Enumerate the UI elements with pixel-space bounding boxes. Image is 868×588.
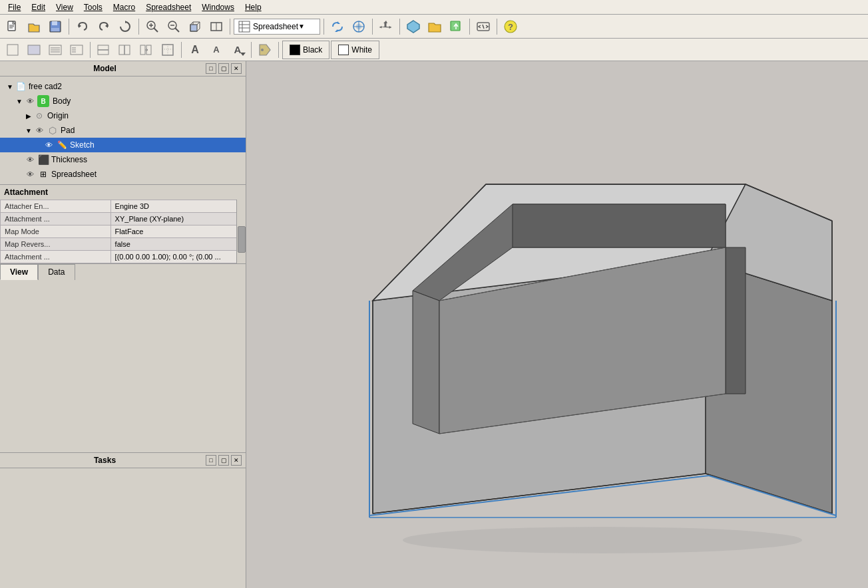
white-color-button[interactable]: White: [331, 41, 379, 59]
rotate-view-button[interactable]: [327, 17, 347, 36]
text-format1[interactable]: [45, 41, 65, 59]
attachment-row: Attachment ...[(0.00 0.00 1.00); 0.00 °;…: [1, 251, 246, 263]
tasks-pin-button[interactable]: □: [206, 455, 216, 466]
tasks-panel-controls: □ ▢ ✕: [206, 455, 242, 466]
sketch-label: Sketch: [70, 140, 95, 150]
tasks-maximize-button[interactable]: ▢: [218, 455, 229, 466]
folder-button[interactable]: [425, 17, 445, 36]
tree-thickness[interactable]: 👁 ⬛ Thickness: [0, 152, 246, 167]
prop-val: [(0.00 0.00 1.00); 0.00 °; (0.00 ...: [110, 251, 245, 263]
attachment-table: Attacher En...Engine 3DAttachment ...XY_…: [0, 200, 246, 263]
separator7: [469, 19, 470, 35]
part-design-button[interactable]: [403, 17, 423, 36]
border-button[interactable]: [158, 41, 178, 59]
toolbar1: Spreadsheet ▼ ?: [0, 15, 868, 39]
undo-button[interactable]: [73, 17, 93, 36]
open-button[interactable]: [24, 17, 44, 36]
black-color-button[interactable]: Black: [282, 41, 329, 59]
tree-spreadsheet[interactable]: 👁 ⊞ Spreadsheet: [0, 167, 246, 182]
new-button[interactable]: [3, 17, 23, 36]
view2-button[interactable]: [206, 17, 226, 36]
tree-origin[interactable]: ▶ ⊙ Origin: [0, 108, 246, 123]
bold-button[interactable]: [3, 41, 23, 59]
separator4: [324, 19, 324, 35]
tree-root[interactable]: ▼ 📄 free cad2: [0, 79, 246, 94]
root-label: free cad2: [29, 82, 62, 91]
3d-viewport[interactable]: [246, 61, 868, 588]
panel-pin-button[interactable]: □: [206, 63, 216, 74]
body-collapse-arrow[interactable]: ▼: [15, 98, 24, 105]
origin-arrow[interactable]: ▶: [24, 112, 33, 120]
code-button[interactable]: [473, 17, 493, 36]
prop-key: Map Revers...: [1, 238, 111, 251]
svg-point-83: [403, 527, 802, 553]
font-larger-button[interactable]: A: [185, 41, 205, 59]
tree-sketch[interactable]: 👁 ✏️ Sketch: [0, 138, 246, 152]
save-button[interactable]: [45, 17, 65, 36]
svg-line-13: [175, 28, 179, 32]
tag-button[interactable]: [255, 41, 275, 59]
svg-rect-4: [51, 28, 59, 31]
root-collapse-arrow[interactable]: ▼: [5, 83, 15, 90]
model-panel-header: Model □ ▢ ✕: [0, 61, 246, 76]
sketch-eye-icon: 👁: [43, 139, 55, 151]
pad-arrow[interactable]: ▼: [24, 127, 33, 134]
zoom-fit-button[interactable]: [142, 17, 162, 36]
svg-rect-15: [190, 25, 197, 31]
view3-button[interactable]: [349, 17, 369, 36]
menu-help[interactable]: Help: [240, 1, 267, 13]
menu-file[interactable]: File: [3, 1, 26, 13]
black-swatch: [290, 45, 300, 55]
split-vert-button[interactable]: [115, 41, 135, 59]
menu-windows[interactable]: Windows: [196, 1, 240, 13]
panel-close-button[interactable]: ✕: [231, 63, 242, 74]
separator10: [181, 42, 182, 58]
svg-rect-3: [52, 21, 57, 25]
attachment-row: Attacher En...Engine 3D: [1, 200, 246, 213]
tasks-close-button[interactable]: ✕: [231, 455, 242, 466]
dropdown-arrow: ▼: [298, 23, 316, 30]
thickness-eye-icon: 👁: [24, 154, 36, 166]
panel-maximize-button[interactable]: ▢: [218, 63, 229, 74]
separator1: [69, 19, 69, 35]
spreadsheet-eye-icon: 👁: [24, 168, 36, 180]
refresh-button[interactable]: [115, 17, 135, 36]
separator6: [399, 19, 400, 35]
separator5: [372, 19, 373, 35]
tasks-content: [0, 468, 246, 588]
pan-button[interactable]: [376, 17, 396, 36]
pad-label: Pad: [61, 126, 75, 135]
black-label: Black: [303, 45, 322, 55]
model-panel: Model □ ▢ ✕ ▼ 📄 free cad2: [0, 61, 246, 184]
zoom-button[interactable]: [164, 17, 184, 36]
menu-spreadsheet[interactable]: Spreadsheet: [140, 1, 196, 13]
spreadsheet-dropdown[interactable]: Spreadsheet ▼: [234, 19, 320, 35]
panel-controls: □ ▢ ✕: [206, 63, 242, 74]
tab-data[interactable]: Data: [38, 264, 75, 280]
thickness-icon: ⬛: [37, 154, 49, 166]
svg-rect-39: [28, 45, 40, 55]
origin-icon: ⊙: [33, 110, 45, 122]
svg-rect-54: [162, 45, 173, 55]
redo-button[interactable]: [94, 17, 114, 36]
view-cube-button[interactable]: [185, 17, 205, 36]
font-adjust-button[interactable]: A: [228, 41, 248, 59]
font-smaller-button[interactable]: A: [206, 41, 226, 59]
menu-edit[interactable]: Edit: [26, 1, 51, 13]
menu-view[interactable]: View: [51, 1, 79, 13]
thickness-label: Thickness: [51, 155, 87, 164]
text-format2[interactable]: [67, 41, 87, 59]
svg-marker-26: [335, 29, 337, 32]
export-button[interactable]: [446, 17, 466, 36]
tab-view[interactable]: View: [0, 264, 38, 280]
prop-key: Map Mode: [1, 225, 111, 238]
menu-tools[interactable]: Tools: [79, 1, 108, 13]
attachment-row: Map Revers...false: [1, 238, 246, 251]
split-horiz-button[interactable]: [94, 41, 114, 59]
tree-body[interactable]: ▼ 👁 B Body: [0, 94, 246, 108]
merge-button[interactable]: [136, 41, 156, 59]
tree-pad[interactable]: ▼ 👁 ⬡ Pad: [0, 123, 246, 138]
align-left-button[interactable]: [24, 41, 44, 59]
help-button[interactable]: ?: [501, 17, 521, 36]
menu-macro[interactable]: Macro: [108, 1, 140, 13]
